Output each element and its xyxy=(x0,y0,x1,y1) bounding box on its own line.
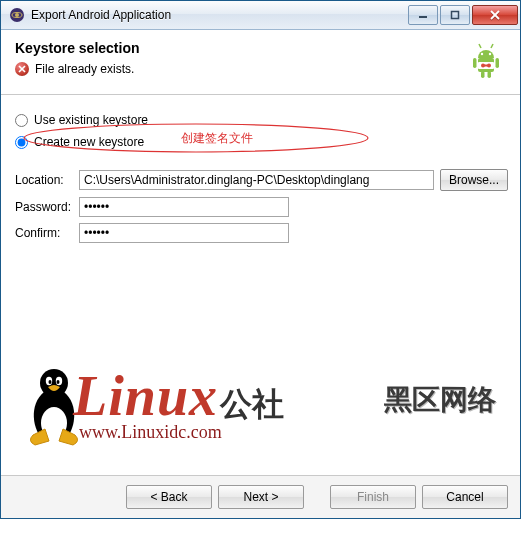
password-label: Password: xyxy=(15,200,79,214)
svg-point-27 xyxy=(56,377,62,385)
status-message: File already exists. xyxy=(15,62,464,76)
android-icon xyxy=(464,40,508,84)
svg-point-26 xyxy=(46,377,52,385)
svg-point-12 xyxy=(481,53,483,55)
back-button[interactable]: < Back xyxy=(126,485,212,509)
radio-create-new-label: Create new keystore xyxy=(34,135,144,149)
svg-point-2 xyxy=(15,13,19,17)
svg-point-25 xyxy=(41,407,67,439)
svg-rect-15 xyxy=(496,58,500,68)
minimize-button[interactable] xyxy=(408,5,438,25)
watermark-brand-cn: 公社 xyxy=(220,386,284,422)
radio-create-new-input[interactable] xyxy=(15,136,28,149)
page-title: Keystore selection xyxy=(15,40,464,56)
radio-use-existing-input[interactable] xyxy=(15,114,28,127)
browse-button[interactable]: Browse... xyxy=(440,169,508,191)
export-android-application-window: Export Android Application Keystore sele… xyxy=(0,0,521,519)
svg-rect-4 xyxy=(452,12,459,19)
watermark-url: www.Linuxidc.com xyxy=(79,422,284,443)
svg-point-23 xyxy=(32,411,76,443)
tux-icon xyxy=(19,365,89,447)
eclipse-icon xyxy=(9,7,25,23)
error-icon xyxy=(15,62,29,76)
watermark-linuxidc: Linux公社 www.Linuxidc.com xyxy=(73,364,284,443)
confirm-row: Confirm: xyxy=(15,223,508,243)
svg-rect-14 xyxy=(473,58,477,68)
watermark-brand: Linux xyxy=(73,365,218,427)
cancel-button[interactable]: Cancel xyxy=(422,485,508,509)
location-row: Location: Browse... xyxy=(15,169,508,191)
svg-point-13 xyxy=(489,53,491,55)
close-button[interactable] xyxy=(472,5,518,25)
confirm-label: Confirm: xyxy=(15,226,79,240)
wizard-button-bar: < Back Next > Finish Cancel xyxy=(1,475,520,518)
location-input[interactable] xyxy=(79,170,434,190)
svg-rect-17 xyxy=(488,71,492,78)
radio-use-existing-label: Use existing keystore xyxy=(34,113,148,127)
location-label: Location: xyxy=(15,173,79,187)
svg-line-11 xyxy=(491,44,493,48)
finish-button[interactable]: Finish xyxy=(330,485,416,509)
password-row: Password: xyxy=(15,197,508,217)
svg-point-29 xyxy=(57,380,60,384)
svg-rect-16 xyxy=(481,71,485,78)
window-title: Export Android Application xyxy=(31,8,408,22)
confirm-input[interactable] xyxy=(79,223,289,243)
password-input[interactable] xyxy=(79,197,289,217)
next-button[interactable]: Next > xyxy=(218,485,304,509)
svg-rect-21 xyxy=(482,65,490,67)
titlebar: Export Android Application xyxy=(1,1,520,30)
maximize-button[interactable] xyxy=(440,5,470,25)
window-buttons xyxy=(408,5,518,25)
error-text: File already exists. xyxy=(35,62,134,76)
svg-point-24 xyxy=(40,369,68,397)
radio-use-existing[interactable]: Use existing keystore xyxy=(15,109,508,131)
wizard-header: Keystore selection File already exists. xyxy=(1,30,520,95)
radio-create-new[interactable]: Create new keystore xyxy=(15,131,508,153)
watermark-heiqu: 黑区网络 xyxy=(384,381,496,419)
wizard-content: Use existing keystore Create new keystor… xyxy=(1,95,520,475)
svg-point-28 xyxy=(49,380,52,384)
keystore-radio-group: Use existing keystore Create new keystor… xyxy=(15,109,508,153)
svg-line-10 xyxy=(479,44,481,48)
